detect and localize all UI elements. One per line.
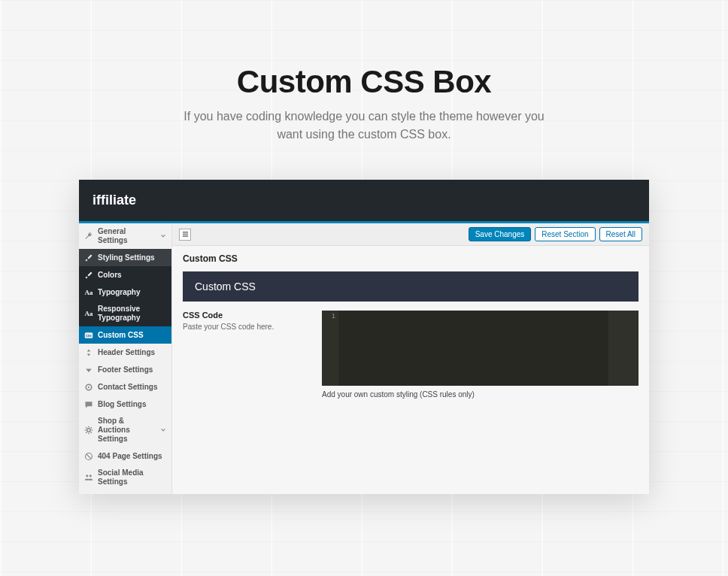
svg-rect-12 (182, 235, 187, 237)
css-code-hint: Paste your CSS code here. (183, 323, 307, 331)
sidebar-item-label: Colors (98, 271, 166, 280)
sidebar-item-label: Social Media Settings (98, 468, 166, 487)
css-help-text: Add your own custom styling (CSS rules o… (322, 390, 639, 399)
expand-all-button[interactable] (179, 229, 191, 241)
updown-icon (84, 348, 93, 357)
sidebar-item-label: Shop & Auctions Settings (98, 417, 156, 444)
reset-all-button[interactable]: Reset All (599, 227, 642, 241)
css-field-row: CSS Code Paste your CSS code here. 1 (183, 311, 639, 386)
admin-panel: iffiliate General SettingsStyling Settin… (79, 180, 649, 494)
css-editor[interactable]: 1 (322, 311, 639, 386)
sidebar-item-contact-settings[interactable]: Contact Settings (79, 378, 171, 396)
css-field-label-group: CSS Code Paste your CSS code here. (183, 311, 307, 386)
sidebar-item-typography[interactable]: AaTypography (79, 283, 171, 301)
gear-icon (84, 426, 93, 435)
target-icon (84, 383, 93, 392)
sidebar: General SettingsStyling SettingsColorsAa… (79, 223, 172, 494)
sidebar-item-demo-importer[interactable]: Demo Importer (79, 490, 171, 494)
sidebar-item-label: General Settings (98, 227, 156, 245)
brush-icon (84, 253, 93, 262)
sidebar-item-styling-settings[interactable]: Styling Settings (79, 249, 171, 266)
chevron-down-icon (160, 426, 166, 435)
panel-header: iffiliate (79, 180, 649, 221)
sidebar-item-custom-css[interactable]: cssCustom CSS (79, 326, 171, 344)
sidebar-item-label: Responsive Typography (98, 305, 166, 323)
custom-css-section: Custom CSS Custom CSS CSS Code Paste you… (172, 246, 649, 406)
svg-point-7 (86, 474, 88, 477)
section-banner: Custom CSS (183, 271, 639, 302)
sidebar-item-label: Header Settings (98, 348, 166, 357)
save-changes-button[interactable]: Save Changes (469, 227, 532, 241)
svg-point-8 (89, 474, 92, 477)
sidebar-item-colors[interactable]: Colors (79, 266, 171, 283)
people-icon (84, 473, 93, 482)
brand-name: iffiliate (93, 193, 136, 208)
sidebar-item-header-settings[interactable]: Header Settings (79, 344, 171, 361)
expand-icon (182, 231, 189, 238)
sidebar-item-404-page-settings[interactable]: 404 Page Settings (79, 447, 171, 465)
svg-point-3 (88, 386, 89, 387)
hero-title: Custom CSS Box (0, 64, 728, 100)
editor-code-area[interactable] (338, 311, 639, 386)
svg-line-6 (86, 454, 91, 459)
sidebar-item-label: 404 Page Settings (98, 452, 166, 461)
sidebar-item-shop-auctions-settings[interactable]: Shop & Auctions Settings (79, 413, 171, 447)
css-code-label: CSS Code (183, 311, 307, 320)
chat-icon (84, 400, 93, 409)
section-title: Custom CSS (183, 253, 639, 264)
svg-text:css: css (86, 334, 92, 338)
content-area: Save Changes Reset Section Reset All Cus… (172, 223, 649, 494)
sidebar-item-label: Footer Settings (98, 365, 166, 374)
sidebar-item-general-settings[interactable]: General Settings (79, 223, 171, 249)
aa-icon: Aa (84, 288, 93, 297)
sidebar-item-label: Typography (98, 288, 166, 297)
css-icon: css (84, 331, 93, 340)
hero-section: Custom CSS Box If you have coding knowle… (0, 0, 728, 144)
sidebar-item-responsive-typography[interactable]: AaResponsive Typography (79, 301, 171, 326)
editor-gutter: 1 (322, 311, 338, 386)
sidebar-item-social-media-settings[interactable]: Social Media Settings (79, 465, 171, 490)
hero-subtitle: If you have coding knowledge you can sty… (176, 108, 552, 144)
sidebar-item-label: Styling Settings (98, 253, 166, 262)
sidebar-item-label: Custom CSS (98, 331, 166, 340)
toolbar: Save Changes Reset Section Reset All (172, 223, 649, 246)
reset-section-button[interactable]: Reset Section (535, 227, 595, 241)
brush-icon (84, 271, 93, 280)
block-icon (84, 452, 93, 461)
down-icon (84, 365, 93, 374)
svg-rect-11 (182, 234, 187, 235)
sidebar-item-label: Contact Settings (98, 383, 166, 392)
chevron-down-icon (160, 232, 166, 241)
sidebar-item-label: Blog Settings (98, 400, 166, 409)
line-number: 1 (322, 312, 335, 320)
svg-rect-10 (182, 232, 187, 233)
svg-point-4 (87, 429, 91, 432)
aa-icon: Aa (84, 309, 93, 318)
wrench-icon (84, 232, 93, 241)
sidebar-item-footer-settings[interactable]: Footer Settings (79, 361, 171, 378)
sidebar-item-blog-settings[interactable]: Blog Settings (79, 396, 171, 413)
panel-body: General SettingsStyling SettingsColorsAa… (79, 223, 649, 494)
toolbar-actions: Save Changes Reset Section Reset All (469, 227, 642, 241)
